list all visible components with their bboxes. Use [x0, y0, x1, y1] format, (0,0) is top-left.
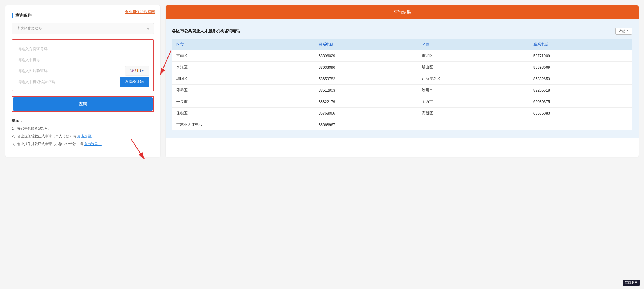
- arrow-bottom: [123, 136, 155, 163]
- right-panel: 查询结果 各区市公共就业人才服务机构咨询电话 收起 ∧ 区市联系电话区市联系电话…: [166, 5, 639, 157]
- loan-type-select[interactable]: 请选择贷款类型 ∨: [12, 23, 154, 34]
- svg-line-3: [131, 139, 144, 159]
- table-cell: 88512903: [314, 85, 417, 96]
- svg-line-1: [160, 51, 171, 75]
- table-cell: 市北区: [417, 50, 529, 62]
- table-row: 平度市88322179莱西市66039375: [172, 96, 632, 108]
- table-cell: 82206518: [529, 85, 632, 96]
- chevron-down-icon: ∨: [147, 27, 149, 30]
- tip3-prefix: 3、创业担保贷款正式申请（小微企业借款）请: [12, 142, 83, 146]
- form-box: WtLls 发送验证码: [12, 39, 154, 91]
- sms-row: 发送验证码: [17, 76, 149, 87]
- table-cell: [417, 119, 529, 131]
- table-cell: 83668967: [314, 119, 417, 131]
- phone-section: 各区市公共就业人才服务机构咨询电话 收起 ∧ 区市联系电话区市联系电话 市南区6…: [172, 28, 632, 130]
- table-row: 李沧区87633096崂山区88898069: [172, 62, 632, 73]
- phone-table: 区市联系电话区市联系电话 市南区68896029市北区58771909李沧区87…: [172, 39, 632, 130]
- table-cell: 88322179: [314, 96, 417, 108]
- watermark: 江西龙网: [623, 280, 640, 286]
- table-cell: 87633096: [314, 62, 417, 73]
- table-cell: 胶州市: [417, 85, 529, 96]
- captcha-text: WtLls: [130, 68, 144, 74]
- table-header-cell: 区市: [172, 39, 314, 50]
- id-input[interactable]: [17, 44, 149, 54]
- captcha-input[interactable]: [17, 65, 122, 76]
- table-header-cell: 联系电话: [314, 39, 417, 50]
- tip2-link[interactable]: 点击这里。: [77, 134, 95, 138]
- captcha-row: WtLls: [17, 65, 149, 76]
- table-cell: 平度市: [172, 96, 314, 108]
- table-row: 市就业人才中心83668967: [172, 119, 632, 131]
- table-cell: 88898069: [529, 62, 632, 73]
- table-cell: 西海岸新区: [417, 73, 529, 85]
- query-btn-wrapper: 查询: [12, 96, 154, 112]
- table-body: 市南区68896029市北区58771909李沧区87633096崂山区8889…: [172, 50, 632, 130]
- result-content: 各区市公共就业人才服务机构咨询电话 收起 ∧ 区市联系电话区市联系电话 市南区6…: [166, 19, 639, 138]
- table-cell: 即墨区: [172, 85, 314, 96]
- arrow-top: [155, 48, 182, 80]
- result-header: 查询结果: [166, 5, 639, 19]
- tip3-link[interactable]: 点击这里。: [84, 142, 102, 146]
- table-row: 即墨区88512903胶州市82206518: [172, 85, 632, 96]
- table-cell: 崂山区: [417, 62, 529, 73]
- table-cell: 86768066: [314, 108, 417, 119]
- send-code-button[interactable]: 发送验证码: [120, 77, 149, 87]
- collapse-button[interactable]: 收起 ∧: [615, 28, 632, 35]
- table-row: 市南区68896029市北区58771909: [172, 50, 632, 62]
- table-cell: 68686083: [529, 108, 632, 119]
- tips-title: 提示：: [12, 118, 154, 123]
- table-cell: 莱西市: [417, 96, 529, 108]
- table-cell: 高新区: [417, 108, 529, 119]
- table-cell: 66039375: [529, 96, 632, 108]
- table-cell: 58659782: [314, 73, 417, 85]
- table-cell: 市就业人才中心: [172, 119, 314, 131]
- table-cell: [529, 119, 632, 131]
- tip-item-1: 1、每部手机限查5次/月。: [12, 126, 154, 131]
- table-cell: 58771909: [529, 50, 632, 62]
- table-head: 区市联系电话区市联系电话: [172, 39, 632, 50]
- phone-input[interactable]: [17, 54, 149, 65]
- table-cell: 李沧区: [172, 62, 314, 73]
- table-header-cell: 区市: [417, 39, 529, 50]
- table-cell: 保税区: [172, 108, 314, 119]
- captcha-image[interactable]: WtLls: [125, 66, 149, 76]
- table-cell: 城阳区: [172, 73, 314, 85]
- phone-section-title: 各区市公共就业人才服务机构咨询电话: [172, 29, 240, 34]
- guide-link[interactable]: 创业担保贷款指南: [125, 10, 155, 14]
- table-header-cell: 联系电话: [529, 39, 632, 50]
- table-header-row: 区市联系电话区市联系电话: [172, 39, 632, 50]
- phone-section-header: 各区市公共就业人才服务机构咨询电话 收起 ∧: [172, 28, 632, 35]
- table-cell: 86882653: [529, 73, 632, 85]
- sms-input[interactable]: [17, 76, 116, 87]
- query-button[interactable]: 查询: [13, 97, 153, 111]
- table-row: 保税区86768066高新区68686083: [172, 108, 632, 119]
- table-cell: 68896029: [314, 50, 417, 62]
- tip2-prefix: 2、创业担保贷款正式申请（个人借款）请: [12, 134, 76, 138]
- loan-type-placeholder: 请选择贷款类型: [16, 26, 42, 31]
- left-panel: 创业担保贷款指南 查询条件 请选择贷款类型 ∨ WtLls 发送验证码 查询: [5, 5, 160, 157]
- table-cell: 市南区: [172, 50, 314, 62]
- table-row: 城阳区58659782西海岸新区86882653: [172, 73, 632, 85]
